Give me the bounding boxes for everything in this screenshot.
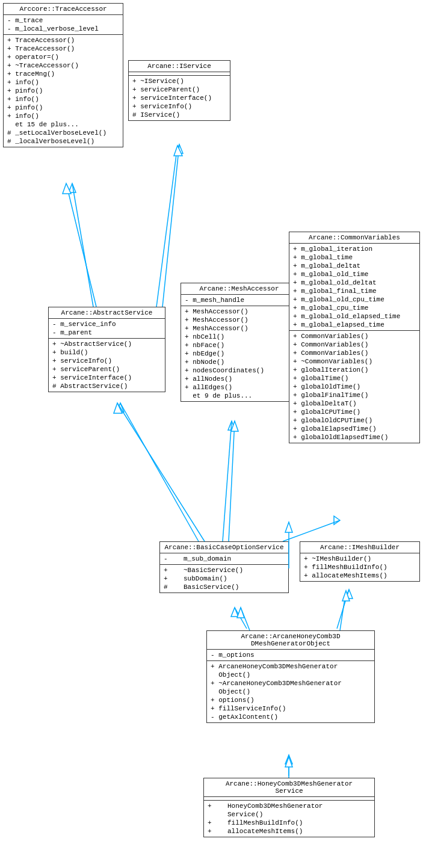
svg-line-10: [235, 608, 247, 629]
svg-line-18: [156, 146, 178, 307]
box-arcanehoneycomb-fields: - m_options: [207, 650, 374, 661]
svg-line-6: [223, 421, 232, 541]
svg-marker-7: [228, 421, 235, 430]
box-trace-accessor-methods: + TraceAccessor() + TraceAccessor() + op…: [4, 35, 123, 147]
diagram-container: Arccore::TraceAccessor - m_trace - m_loc…: [0, 0, 423, 868]
svg-marker-31: [285, 757, 292, 767]
box-common-variables-methods: + CommonVariables() + CommonVariables() …: [289, 331, 419, 443]
box-common-variables-title: Arcane::CommonVariables: [289, 232, 419, 244]
box-trace-accessor: Arccore::TraceAccessor - m_trace - m_loc…: [3, 3, 123, 147]
box-abstract-service-methods: + ~AbstractService() + build() + service…: [49, 339, 165, 392]
box-arcanehoneycomb-methods: + ArcaneHoneyComb3DMeshGenerator Object(…: [207, 661, 374, 722]
svg-marker-29: [342, 591, 350, 601]
svg-line-20: [117, 403, 205, 541]
box-imesh-builder: Arcane::IMeshBuilder + ~IMeshBuilder() +…: [300, 541, 420, 582]
svg-marker-11: [231, 608, 238, 617]
svg-line-2: [162, 144, 179, 307]
box-trace-accessor-fields: - m_trace - m_local_verbose_level: [4, 15, 123, 35]
box-basic-case-option-fields: - m_sub_domain: [160, 553, 288, 565]
svg-marker-13: [345, 589, 353, 599]
svg-line-16: [66, 183, 96, 307]
svg-marker-23: [231, 421, 238, 431]
svg-line-0: [72, 183, 93, 307]
box-basic-case-option-title: Arcane::BasicCaseOptionService: [160, 542, 288, 553]
box-trace-accessor-title: Arccore::TraceAccessor: [4, 4, 123, 15]
box-common-variables-fields: + m_global_iteration + m_global_time + m…: [289, 244, 419, 331]
box-common-variables: Arcane::CommonVariables + m_global_itera…: [289, 232, 420, 443]
svg-marker-15: [285, 755, 292, 764]
box-honeycomb-service-methods: + HoneyComb3DMeshGenerator Service() + f…: [204, 801, 374, 837]
svg-marker-17: [63, 183, 71, 194]
box-imesh-builder-title: Arcane::IMeshBuilder: [300, 542, 419, 553]
svg-marker-25: [285, 522, 292, 532]
svg-marker-5: [117, 403, 124, 412]
svg-line-22: [229, 421, 235, 541]
box-abstract-service-title: Arcane::AbstractService: [49, 307, 165, 319]
svg-line-8: [283, 520, 340, 541]
box-iservice: Arcane::IService + ~IService() + service…: [128, 60, 230, 121]
svg-line-28: [340, 591, 346, 630]
box-honeycomb-service-title: Arcane::HoneyComb3DMeshGeneratorService: [204, 778, 374, 797]
box-imesh-builder-methods: + ~IMeshBuilder() + fillMeshBuildInfo() …: [300, 553, 419, 581]
svg-marker-27: [237, 608, 244, 618]
box-arcanehoneycomb-title: Arcane::ArcaneHoneyComb3DDMeshGeneratorO…: [207, 631, 374, 650]
svg-line-12: [337, 589, 349, 629]
svg-marker-9: [334, 516, 340, 525]
box-iservice-methods: + ~IService() + serviceParent() + servic…: [129, 76, 230, 120]
box-mesh-accessor: Arcane::MeshAccessor - m_mesh_handle + M…: [181, 283, 298, 402]
box-abstract-service-fields: - m_service_info - m_parent: [49, 319, 165, 339]
box-mesh-accessor-methods: + MeshAccessor() + MeshAccessor() + Mesh…: [181, 306, 297, 401]
svg-line-26: [241, 608, 250, 630]
svg-line-4: [120, 403, 199, 541]
box-honeycomb-service: Arcane::HoneyComb3DMeshGeneratorService …: [203, 778, 375, 837]
box-mesh-accessor-fields: - m_mesh_handle: [181, 295, 297, 306]
box-basic-case-option-methods: + ~BasicService() + subDomain() # BasicS…: [160, 565, 288, 593]
svg-marker-3: [176, 144, 183, 153]
box-basic-case-option: Arcane::BasicCaseOptionService - m_sub_d…: [159, 541, 289, 593]
svg-marker-19: [174, 146, 182, 156]
box-abstract-service: Arcane::AbstractService - m_service_info…: [48, 307, 165, 392]
box-iservice-title: Arcane::IService: [129, 61, 230, 72]
svg-marker-1: [69, 183, 76, 192]
box-arcanehoneycomb: Arcane::ArcaneHoneyComb3DDMeshGeneratorO…: [206, 630, 375, 723]
box-mesh-accessor-title: Arcane::MeshAccessor: [181, 283, 297, 295]
svg-marker-21: [114, 403, 122, 413]
